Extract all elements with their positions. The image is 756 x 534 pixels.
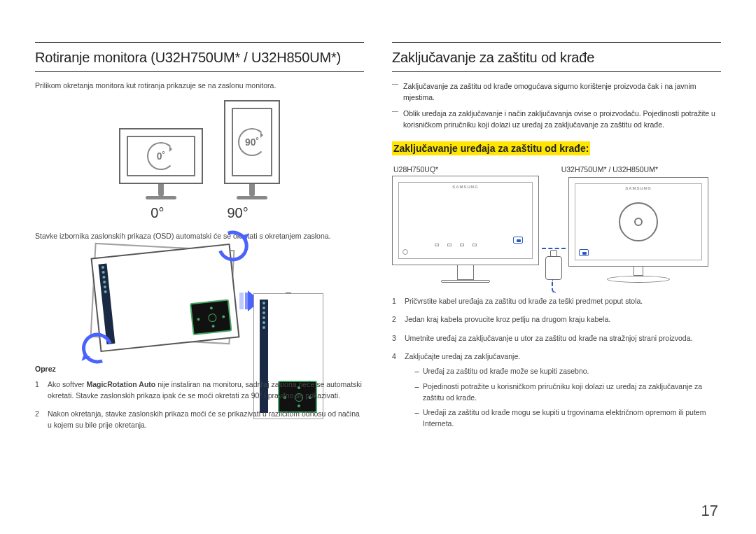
lock-steps: Pričvrstite kabel uređaja za zaštitu od …: [392, 295, 721, 430]
kensington-slot-icon: [513, 237, 523, 244]
lock-note: Zaključavanje za zaštitu od krađe omoguć…: [392, 80, 721, 104]
round-stand-icon: [619, 202, 658, 241]
angle-label-0: 0°: [150, 205, 164, 221]
osd-screen-landscape-icon: [90, 243, 239, 351]
lock-sub-bullet: Uređaji za zaštitu od krađe mogu se kupi…: [414, 407, 721, 430]
model-labels: U28H750UQ* U32H750UM* / U32H850UM*: [392, 165, 721, 174]
osd-figure: [35, 251, 364, 352]
section-heading-lock: Zaključavanje za zaštitu od krađe: [392, 50, 721, 66]
page-number: 17: [701, 502, 718, 520]
lock-step: Jedan kraj kabela provucite kroz petlju …: [392, 314, 721, 325]
model-a-label: U28H750UQ*: [393, 165, 438, 174]
lock-step: Zaključajte uređaj za zaključavanje. Ure…: [392, 351, 721, 430]
lock-cable-icon: [542, 248, 566, 249]
lock-step: Umetnite uređaj za zaključavanje u utor …: [392, 332, 721, 344]
section-heading-rotation: Rotiranje monitora (U32H750UM* / U32H850…: [35, 50, 364, 66]
kensington-slot-icon: [579, 249, 589, 256]
rotation-figure: 0˚ 90˚: [35, 100, 364, 199]
angle-badge-90: 90˚: [238, 128, 266, 156]
monitor-back-a-icon: SAMSUNG: [392, 176, 539, 265]
lock-note: Oblik uređaja za zaključavanje i način z…: [392, 108, 721, 131]
lock-sub-bullet: Uređaj za zaštitu od krađe može se kupit…: [414, 366, 721, 377]
lock-subheading: Zaključavanje uređaja za zaštitu od krađ…: [392, 141, 590, 155]
monitor-back-b-icon: SAMSUNG: [568, 177, 708, 267]
lock-sub-bullet: Pojedinosti potražite u korisničkom prir…: [414, 381, 721, 404]
angle-badge-0: 0˚: [147, 142, 175, 170]
lock-plug-icon: [545, 256, 562, 280]
lock-step: Pričvrstite kabel uređaja za zaštitu od …: [392, 295, 721, 307]
monitor-landscape-icon: 0˚: [119, 128, 203, 184]
rotation-intro: Prilikom okretanja monitora kut rotiranj…: [35, 80, 364, 92]
monitor-portrait-icon: 90˚: [224, 100, 280, 184]
model-b-label: U32H750UM* / U32H850UM*: [561, 165, 658, 174]
osd-note: Stavke izbornika zaslonskih prikaza (OSD…: [35, 231, 364, 242]
caution-item: Ako softver MagicRotation Auto nije inst…: [35, 379, 364, 402]
caution-item: Nakon okretanja, stavke zaslonskih prika…: [35, 408, 364, 431]
lock-figure: SAMSUNG SAMSUNG: [392, 178, 721, 283]
angle-label-90: 90°: [227, 205, 248, 221]
